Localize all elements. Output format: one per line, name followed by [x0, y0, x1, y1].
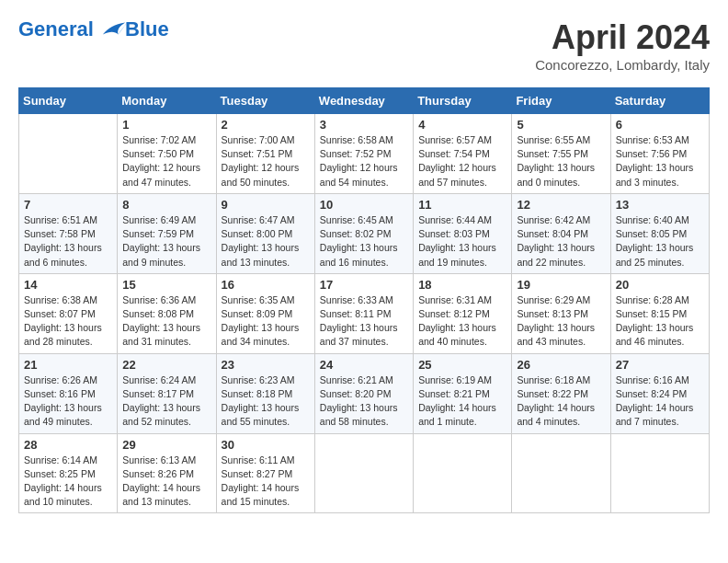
day-info: Sunrise: 6:31 AM Sunset: 8:12 PM Dayligh… — [418, 293, 506, 350]
day-cell: 27Sunrise: 6:16 AM Sunset: 8:24 PM Dayli… — [610, 353, 709, 433]
day-info: Sunrise: 6:11 AM Sunset: 8:27 PM Dayligh… — [222, 454, 310, 510]
day-info: Sunrise: 6:21 AM Sunset: 8:20 PM Dayligh… — [320, 373, 408, 430]
day-info: Sunrise: 6:47 AM Sunset: 8:00 PM Dayligh… — [222, 213, 310, 270]
day-cell: 25Sunrise: 6:19 AM Sunset: 8:21 PM Dayli… — [414, 353, 512, 433]
day-cell: 1Sunrise: 7:02 AM Sunset: 7:50 PM Daylig… — [118, 114, 216, 194]
day-info: Sunrise: 6:36 AM Sunset: 8:08 PM Dayligh… — [122, 293, 210, 350]
day-number: 21 — [24, 358, 112, 372]
day-number: 22 — [122, 358, 210, 372]
title-area: April 2024 Concorezzo, Lombardy, Italy — [535, 18, 710, 73]
day-cell: 21Sunrise: 6:26 AM Sunset: 8:16 PM Dayli… — [19, 353, 118, 433]
day-info: Sunrise: 6:24 AM Sunset: 8:17 PM Dayligh… — [122, 373, 210, 430]
day-info: Sunrise: 6:19 AM Sunset: 8:21 PM Dayligh… — [418, 373, 506, 430]
day-cell: 12Sunrise: 6:42 AM Sunset: 8:04 PM Dayli… — [512, 193, 610, 273]
day-cell: 17Sunrise: 6:33 AM Sunset: 8:11 PM Dayli… — [314, 273, 413, 353]
day-cell: 4Sunrise: 6:57 AM Sunset: 7:54 PM Daylig… — [414, 114, 512, 194]
day-number: 13 — [616, 198, 704, 212]
day-cell: 20Sunrise: 6:28 AM Sunset: 8:15 PM Dayli… — [610, 273, 709, 353]
day-cell: 7Sunrise: 6:51 AM Sunset: 7:58 PM Daylig… — [19, 193, 118, 273]
day-number: 2 — [222, 118, 310, 132]
day-info: Sunrise: 7:02 AM Sunset: 7:50 PM Dayligh… — [122, 133, 210, 190]
week-row-2: 7Sunrise: 6:51 AM Sunset: 7:58 PM Daylig… — [19, 193, 710, 273]
day-info: Sunrise: 6:18 AM Sunset: 8:22 PM Dayligh… — [517, 373, 605, 430]
logo-blue: Blue — [125, 18, 169, 40]
day-number: 27 — [616, 358, 704, 372]
day-cell: 28Sunrise: 6:14 AM Sunset: 8:25 PM Dayli… — [19, 433, 118, 513]
day-cell: 24Sunrise: 6:21 AM Sunset: 8:20 PM Dayli… — [314, 353, 413, 433]
month-title: April 2024 — [535, 18, 710, 57]
day-cell: 23Sunrise: 6:23 AM Sunset: 8:18 PM Dayli… — [216, 353, 314, 433]
day-number: 20 — [616, 278, 704, 292]
day-number: 30 — [222, 438, 310, 452]
day-cell: 9Sunrise: 6:47 AM Sunset: 8:00 PM Daylig… — [216, 193, 314, 273]
day-number: 16 — [222, 278, 310, 292]
day-info: Sunrise: 6:23 AM Sunset: 8:18 PM Dayligh… — [222, 373, 310, 430]
day-number: 19 — [517, 278, 605, 292]
weekday-header-saturday: Saturday — [610, 88, 709, 114]
day-number: 4 — [418, 118, 506, 132]
day-number: 9 — [222, 198, 310, 212]
day-number: 23 — [222, 358, 310, 372]
day-number: 12 — [517, 198, 605, 212]
day-info: Sunrise: 6:29 AM Sunset: 8:13 PM Dayligh… — [517, 293, 605, 350]
day-number: 15 — [122, 278, 210, 292]
day-cell: 18Sunrise: 6:31 AM Sunset: 8:12 PM Dayli… — [414, 273, 512, 353]
day-info: Sunrise: 6:35 AM Sunset: 8:09 PM Dayligh… — [222, 293, 310, 350]
day-cell: 10Sunrise: 6:45 AM Sunset: 8:02 PM Dayli… — [314, 193, 413, 273]
day-info: Sunrise: 6:58 AM Sunset: 7:52 PM Dayligh… — [320, 133, 408, 190]
weekday-header-tuesday: Tuesday — [216, 88, 314, 114]
week-row-3: 14Sunrise: 6:38 AM Sunset: 8:07 PM Dayli… — [19, 273, 710, 353]
day-cell: 3Sunrise: 6:58 AM Sunset: 7:52 PM Daylig… — [314, 114, 413, 194]
day-cell — [610, 433, 709, 513]
logo-general: General — [18, 17, 94, 40]
day-cell: 8Sunrise: 6:49 AM Sunset: 7:59 PM Daylig… — [118, 193, 216, 273]
day-cell: 5Sunrise: 6:55 AM Sunset: 7:55 PM Daylig… — [512, 114, 610, 194]
day-info: Sunrise: 6:16 AM Sunset: 8:24 PM Dayligh… — [616, 373, 704, 430]
day-number: 6 — [616, 118, 704, 132]
day-info: Sunrise: 6:42 AM Sunset: 8:04 PM Dayligh… — [517, 213, 605, 270]
weekday-header-monday: Monday — [118, 88, 216, 114]
day-number: 26 — [517, 358, 605, 372]
day-number: 28 — [24, 438, 112, 452]
page-header: General Blue April 2024 Concorezzo, Lomb… — [18, 18, 710, 73]
day-number: 29 — [122, 438, 210, 452]
day-cell: 13Sunrise: 6:40 AM Sunset: 8:05 PM Dayli… — [610, 193, 709, 273]
day-number: 24 — [320, 358, 408, 372]
day-number: 25 — [418, 358, 506, 372]
day-info: Sunrise: 6:14 AM Sunset: 8:25 PM Dayligh… — [24, 454, 112, 510]
location: Concorezzo, Lombardy, Italy — [535, 57, 710, 73]
week-row-5: 28Sunrise: 6:14 AM Sunset: 8:25 PM Dayli… — [19, 433, 710, 513]
day-info: Sunrise: 6:28 AM Sunset: 8:15 PM Dayligh… — [616, 293, 704, 350]
day-number: 10 — [320, 198, 408, 212]
week-row-4: 21Sunrise: 6:26 AM Sunset: 8:16 PM Dayli… — [19, 353, 710, 433]
day-info: Sunrise: 6:38 AM Sunset: 8:07 PM Dayligh… — [24, 293, 112, 350]
day-info: Sunrise: 6:49 AM Sunset: 7:59 PM Dayligh… — [122, 213, 210, 270]
day-info: Sunrise: 7:00 AM Sunset: 7:51 PM Dayligh… — [222, 133, 310, 190]
day-number: 1 — [122, 118, 210, 132]
week-row-1: 1Sunrise: 7:02 AM Sunset: 7:50 PM Daylig… — [19, 114, 710, 194]
day-number: 18 — [418, 278, 506, 292]
logo-bird-icon — [101, 18, 127, 39]
day-info: Sunrise: 6:45 AM Sunset: 8:02 PM Dayligh… — [320, 213, 408, 270]
day-cell: 16Sunrise: 6:35 AM Sunset: 8:09 PM Dayli… — [216, 273, 314, 353]
weekday-header-sunday: Sunday — [19, 88, 118, 114]
day-cell: 26Sunrise: 6:18 AM Sunset: 8:22 PM Dayli… — [512, 353, 610, 433]
day-number: 3 — [320, 118, 408, 132]
day-info: Sunrise: 6:55 AM Sunset: 7:55 PM Dayligh… — [517, 133, 605, 190]
calendar-table: SundayMondayTuesdayWednesdayThursdayFrid… — [18, 87, 710, 513]
weekday-header-wednesday: Wednesday — [314, 88, 413, 114]
weekday-header-friday: Friday — [512, 88, 610, 114]
day-number: 11 — [418, 198, 506, 212]
logo-text: General — [18, 18, 127, 40]
day-info: Sunrise: 6:57 AM Sunset: 7:54 PM Dayligh… — [418, 133, 506, 190]
day-cell: 11Sunrise: 6:44 AM Sunset: 8:03 PM Dayli… — [414, 193, 512, 273]
day-number: 8 — [122, 198, 210, 212]
day-cell: 29Sunrise: 6:13 AM Sunset: 8:26 PM Dayli… — [118, 433, 216, 513]
day-info: Sunrise: 6:13 AM Sunset: 8:26 PM Dayligh… — [122, 454, 210, 510]
day-number: 5 — [517, 118, 605, 132]
day-cell: 6Sunrise: 6:53 AM Sunset: 7:56 PM Daylig… — [610, 114, 709, 194]
logo: General Blue — [18, 18, 169, 40]
day-number: 7 — [24, 198, 112, 212]
day-cell: 19Sunrise: 6:29 AM Sunset: 8:13 PM Dayli… — [512, 273, 610, 353]
day-info: Sunrise: 6:40 AM Sunset: 8:05 PM Dayligh… — [616, 213, 704, 270]
